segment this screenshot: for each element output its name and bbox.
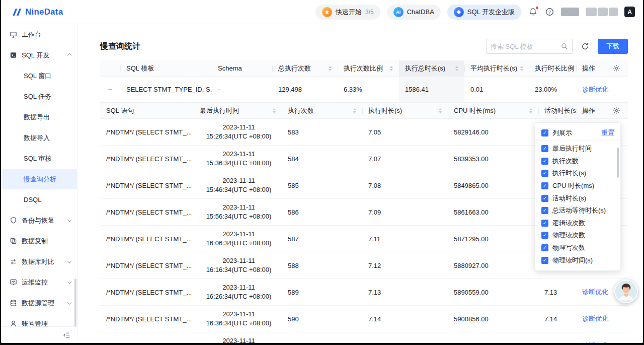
column-settings-gear-icon[interactable] bbox=[613, 107, 622, 114]
exec-count: 589 bbox=[282, 279, 362, 305]
diagnose-link[interactable]: 诊断优化 bbox=[582, 288, 608, 297]
sidebar-item-ops-monitor[interactable]: 运维监控 bbox=[1, 272, 77, 293]
search-input[interactable] bbox=[491, 43, 561, 50]
sidebar-item-backup-restore[interactable]: 备份与恢复 bbox=[1, 210, 77, 231]
chevron-down-icon bbox=[67, 259, 71, 263]
sidebar-item-workbench[interactable]: 工作台 bbox=[1, 24, 77, 45]
checkbox-checked-icon[interactable]: ✓ bbox=[541, 170, 548, 177]
diagnose-link[interactable]: 诊断优化 bbox=[582, 341, 608, 343]
sidebar-item-sql-task[interactable]: SQL 任务 bbox=[1, 86, 77, 107]
quick-start-pill[interactable]: 快速开始 3/5 bbox=[315, 5, 380, 20]
table-row[interactable]: /*NDTM*/ (SELECT STMT_... 2023-11-1116:4… bbox=[100, 332, 628, 343]
exec-duration: 7.11 bbox=[362, 226, 448, 252]
sort-icon[interactable] bbox=[517, 66, 525, 71]
checkbox-checked-icon[interactable]: ✓ bbox=[541, 232, 548, 239]
table-row[interactable]: /*NDTM*/ (SELECT STMT_... 2023-11-1116:2… bbox=[100, 279, 628, 306]
checkbox-checked-icon[interactable]: ✓ bbox=[541, 257, 548, 264]
sort-icon[interactable] bbox=[270, 108, 278, 113]
table-row[interactable]: /*NDTM*/ (SELECT STMT_... 2023-11-1116:3… bbox=[100, 306, 628, 332]
sort-icon[interactable] bbox=[350, 108, 358, 113]
refresh-icon[interactable] bbox=[579, 40, 592, 53]
exec-duration: 7.16 bbox=[362, 332, 448, 343]
column-settings-gear-icon[interactable] bbox=[613, 64, 622, 72]
active-time: 7.14 bbox=[538, 306, 576, 332]
brand-name: NineData bbox=[25, 7, 63, 17]
help-icon[interactable]: ? bbox=[544, 7, 554, 17]
sidebar-item-dsql[interactable]: DSQL bbox=[1, 189, 77, 210]
column-option[interactable]: ✓ 物理写次数 bbox=[535, 242, 620, 254]
database-icon bbox=[10, 299, 17, 307]
notification-bell-icon[interactable] bbox=[528, 7, 538, 17]
checkbox-checked-icon[interactable]: ✓ bbox=[541, 207, 548, 214]
notification-dot bbox=[536, 7, 538, 9]
search-icon[interactable] bbox=[561, 43, 568, 50]
col-last-exec-time: 最后执行时间 bbox=[194, 103, 282, 118]
translate-icon[interactable]: A bbox=[624, 7, 635, 17]
col-action: 操作 bbox=[576, 103, 626, 118]
exec-duration: 7.07 bbox=[362, 146, 448, 172]
summary-row[interactable]: − SELECT STMT_TYPE_ID, S... - 129,498 6.… bbox=[100, 77, 628, 103]
checkbox-checked-icon[interactable]: ✓ bbox=[541, 129, 548, 136]
sidebar-item-slow-query-analysis[interactable]: 慢查询分析 bbox=[1, 169, 77, 189]
column-option[interactable]: ✓ 执行时长(s) bbox=[535, 167, 620, 180]
time-ratio-value: 23.00% bbox=[529, 77, 576, 102]
chatdba-pill[interactable]: AI ChatDBA bbox=[387, 5, 441, 20]
col-active-time: 活动时长(s) bbox=[538, 103, 576, 118]
checkbox-checked-icon[interactable]: ✓ bbox=[541, 244, 548, 251]
chevron-up-icon bbox=[67, 53, 71, 57]
diagnose-link[interactable]: 诊断优化 bbox=[582, 85, 608, 94]
sort-icon[interactable] bbox=[436, 108, 444, 113]
dropdown-scrollbar[interactable] bbox=[617, 148, 619, 178]
sort-icon[interactable] bbox=[387, 66, 395, 71]
column-option[interactable]: ✓ 逻辑读次数 bbox=[535, 217, 620, 230]
checkbox-checked-icon[interactable]: ✓ bbox=[541, 145, 548, 152]
exec-duration: 7.14 bbox=[362, 306, 448, 332]
sidebar-item-data-import[interactable]: 数据导入 bbox=[1, 127, 77, 148]
col-total-exec: 总执行次数 bbox=[272, 60, 338, 76]
column-option[interactable]: ✓ 物理读时间(s) bbox=[535, 254, 620, 266]
reset-columns-link[interactable]: 重置 bbox=[601, 128, 614, 137]
column-option[interactable]: ✓ 活动时长(s) bbox=[535, 192, 620, 204]
column-option[interactable]: ✓ 总活动等待时长(s) bbox=[535, 204, 620, 217]
svg-text:?: ? bbox=[548, 10, 550, 15]
sidebar-item-sql-review[interactable]: SQL 审核 bbox=[1, 148, 77, 169]
exec-duration: 7.05 bbox=[362, 119, 448, 145]
quick-start-label: 快速开始 bbox=[336, 8, 362, 17]
collapse-sidebar-icon[interactable] bbox=[63, 331, 70, 339]
diagnose-link[interactable]: 诊断优化 bbox=[582, 314, 608, 323]
col-cpu-time: CPU 时长(ms) bbox=[448, 103, 538, 118]
download-button[interactable]: 下载 bbox=[598, 39, 628, 54]
sidebar-item-data-export[interactable]: 数据导出 bbox=[1, 107, 77, 127]
sidebar-item-sql-dev[interactable]: SQL 开发 bbox=[1, 45, 77, 65]
redacted-user-info bbox=[586, 8, 618, 16]
cpu-time: 5849865.00 bbox=[448, 172, 538, 198]
sidebar-item-db-compare[interactable]: 数据库对比 bbox=[1, 251, 77, 272]
support-avatar[interactable] bbox=[614, 280, 638, 303]
column-option[interactable]: ✓ CPU 时长(ms) bbox=[535, 180, 620, 192]
column-option[interactable]: ✓ 执行次数 bbox=[535, 155, 620, 168]
checkbox-checked-icon[interactable]: ✓ bbox=[541, 220, 548, 227]
collapse-row-toggle[interactable]: − bbox=[108, 85, 113, 94]
column-settings-header: ✓ 列展示 重置 bbox=[535, 125, 620, 141]
checkbox-checked-icon[interactable]: ✓ bbox=[541, 182, 548, 189]
sidebar-item-datasource-mgmt[interactable]: 数据源管理 bbox=[1, 293, 77, 313]
checkbox-checked-icon[interactable]: ✓ bbox=[541, 158, 548, 165]
column-option[interactable]: ✓ 物理读次数 bbox=[535, 229, 620, 242]
exec-count: 585 bbox=[282, 172, 362, 198]
sidebar-scrollbar[interactable] bbox=[74, 279, 76, 334]
sort-icon[interactable] bbox=[526, 108, 534, 113]
sidebar-item-data-replication[interactable]: 数据复制 bbox=[1, 231, 77, 251]
sort-icon[interactable] bbox=[326, 66, 334, 71]
exec-count: 586 bbox=[282, 199, 362, 225]
column-option[interactable]: ✓ 最后执行时间 bbox=[535, 143, 620, 155]
sidebar-item-sql-window[interactable]: SQL 窗口 bbox=[1, 65, 77, 86]
sort-icon[interactable] bbox=[452, 66, 460, 71]
checkbox-checked-icon[interactable]: ✓ bbox=[541, 195, 548, 202]
exec-ratio-value: 6.33% bbox=[338, 77, 399, 102]
edition-pill[interactable]: SQL 开发企业版 bbox=[447, 5, 521, 20]
exec-duration: 7.08 bbox=[362, 172, 448, 198]
sql-statement: /*NDTM*/ (SELECT STMT_... bbox=[100, 119, 194, 145]
col-total-time: 执行总时长(s) bbox=[399, 60, 464, 76]
last-exec-time: 2023-11-1115:56:34(UTC +08:00) bbox=[194, 199, 282, 225]
brand-logo[interactable]: NineData bbox=[12, 7, 63, 17]
